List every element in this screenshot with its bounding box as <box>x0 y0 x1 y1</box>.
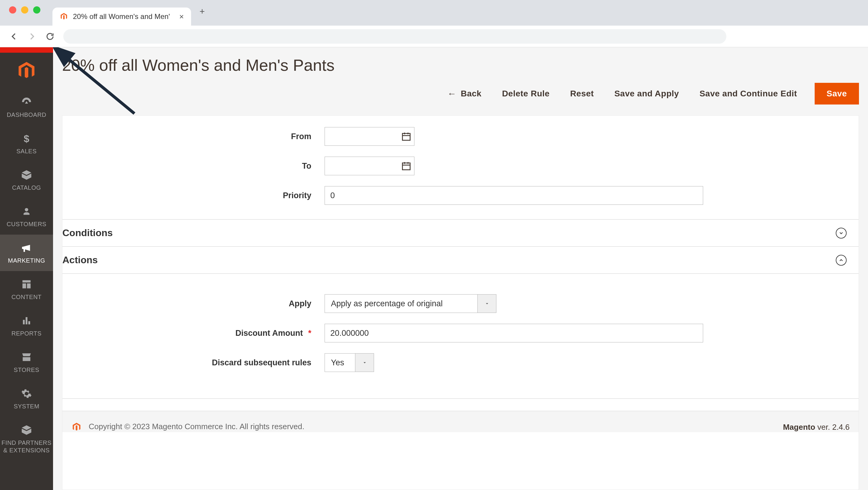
window-close-icon[interactable] <box>9 6 16 13</box>
sidebar-item-dashboard[interactable]: DASHBOARD <box>0 89 53 125</box>
discard-value: Yes <box>325 354 355 372</box>
field-row-apply: Apply Apply as percentage of original <box>62 289 859 318</box>
tab-title: 20% off all Women's and Men' <box>73 12 170 21</box>
form-area: From To <box>62 116 859 490</box>
discard-select[interactable]: Yes <box>324 353 374 372</box>
window-minimize-icon[interactable] <box>21 6 28 13</box>
chevron-down-icon[interactable] <box>836 228 846 238</box>
nav-forward-icon <box>27 32 37 41</box>
actions-section-header[interactable]: Actions <box>62 247 859 274</box>
window-controls <box>0 0 50 14</box>
version-text: ver. 2.4.6 <box>815 423 849 432</box>
main-content: 20% off all Women's and Men's Pants ← Ba… <box>53 47 868 490</box>
footer-left: Copyright © 2023 Magento Commerce Inc. A… <box>71 422 304 432</box>
delete-rule-button[interactable]: Delete Rule <box>499 84 553 104</box>
apply-select[interactable]: Apply as percentage of original <box>324 294 496 313</box>
sidebar-label: CATALOG <box>12 184 41 192</box>
url-bar[interactable] <box>63 29 726 44</box>
gear-icon <box>20 387 33 400</box>
apply-label: Apply <box>62 299 324 308</box>
discount-label-text: Discount Amount <box>236 329 303 337</box>
discard-label: Discard subsequent rules <box>62 358 324 367</box>
actions-title: Actions <box>62 255 98 266</box>
calendar-icon[interactable] <box>401 131 411 141</box>
admin-sidebar: DASHBOARD $ SALES CATALOG CUSTOMERS MARK… <box>0 47 53 490</box>
sidebar-item-catalog[interactable]: CATALOG <box>0 162 53 198</box>
reset-button[interactable]: Reset <box>567 84 597 104</box>
magento-logo[interactable] <box>0 53 53 89</box>
sidebar-item-system[interactable]: SYSTEM <box>0 380 53 417</box>
action-bar: ← Back Delete Rule Reset Save and Apply … <box>53 74 868 116</box>
new-tab-button[interactable]: + <box>199 6 209 15</box>
field-row-priority: Priority <box>62 181 859 210</box>
dropdown-arrow-icon <box>355 354 374 372</box>
page-title: 20% off all Women's and Men's Pants <box>62 56 859 74</box>
svg-rect-2 <box>402 133 410 140</box>
sidebar-label: SALES <box>17 148 37 155</box>
sidebar-item-marketing[interactable]: MARKETING <box>0 235 53 271</box>
admin-footer: Copyright © 2023 Magento Commerce Inc. A… <box>62 411 859 432</box>
sidebar-label: CUSTOMERS <box>7 221 46 228</box>
version-label: Magento <box>783 423 815 432</box>
store-icon <box>20 351 33 364</box>
sidebar-item-reports[interactable]: REPORTS <box>0 307 53 344</box>
sidebar-label: STORES <box>14 366 39 374</box>
bars-icon <box>20 314 33 327</box>
magento-footer-icon <box>71 422 84 431</box>
sidebar-item-content[interactable]: CONTENT <box>0 271 53 307</box>
sidebar-label: FIND PARTNERS & EXTENSIONS <box>1 439 52 454</box>
conditions-section-header[interactable]: Conditions <box>62 220 859 247</box>
required-asterisk: * <box>308 329 311 337</box>
megaphone-icon <box>20 241 33 255</box>
svg-text:$: $ <box>24 133 29 144</box>
footer-version: Magento ver. 2.4.6 <box>783 423 849 432</box>
layout-icon <box>20 278 33 291</box>
to-label: To <box>62 161 324 171</box>
discount-amount-input[interactable] <box>324 324 703 342</box>
dashboard-icon <box>20 95 33 109</box>
svg-rect-6 <box>402 163 410 170</box>
sidebar-label: MARKETING <box>8 257 45 264</box>
save-button[interactable]: Save <box>815 83 859 104</box>
browser-tab-strip: 20% off all Women's and Men' × + <box>0 0 868 26</box>
save-continue-button[interactable]: Save and Continue Edit <box>696 84 800 104</box>
sidebar-label: CONTENT <box>11 293 41 301</box>
discount-label: Discount Amount * <box>62 329 324 338</box>
tab-close-icon[interactable]: × <box>179 12 184 21</box>
sidebar-label: REPORTS <box>11 330 41 337</box>
browser-toolbar <box>0 26 868 47</box>
actions-section-body: Apply Apply as percentage of original Di… <box>62 274 859 389</box>
field-row-to: To <box>62 151 859 181</box>
puzzle-icon <box>20 423 33 437</box>
from-label: From <box>62 132 324 141</box>
browser-tab[interactable]: 20% off all Women's and Men' × <box>53 7 191 26</box>
person-icon <box>20 205 33 218</box>
nav-reload-icon[interactable] <box>45 32 55 41</box>
brand-strip <box>0 47 53 53</box>
magento-favicon-icon <box>60 12 68 21</box>
back-arrow-icon: ← <box>447 89 457 99</box>
field-row-discard: Discard subsequent rules Yes <box>62 348 859 378</box>
apply-value: Apply as percentage of original <box>325 295 477 313</box>
nav-back-icon[interactable] <box>9 32 19 41</box>
sidebar-label: SYSTEM <box>13 403 39 410</box>
calendar-icon[interactable] <box>401 161 411 171</box>
sidebar-label: DASHBOARD <box>7 111 46 119</box>
dollar-icon: $ <box>20 132 33 145</box>
priority-input[interactable] <box>324 186 703 205</box>
copyright-text: Copyright © 2023 Magento Commerce Inc. A… <box>89 422 304 431</box>
back-button[interactable]: ← Back <box>444 83 484 104</box>
sidebar-item-customers[interactable]: CUSTOMERS <box>0 198 53 235</box>
back-label: Back <box>461 89 482 98</box>
conditions-title: Conditions <box>62 227 113 238</box>
window-maximize-icon[interactable] <box>33 6 40 13</box>
chevron-up-icon[interactable] <box>836 255 846 266</box>
field-row-from: From <box>62 122 859 151</box>
sidebar-item-partners[interactable]: FIND PARTNERS & EXTENSIONS <box>0 417 53 461</box>
save-apply-button[interactable]: Save and Apply <box>611 84 682 104</box>
sidebar-item-stores[interactable]: STORES <box>0 344 53 380</box>
box-icon <box>20 168 33 182</box>
sidebar-item-sales[interactable]: $ SALES <box>0 125 53 162</box>
field-row-discount: Discount Amount * <box>62 318 859 348</box>
priority-label: Priority <box>62 191 324 200</box>
